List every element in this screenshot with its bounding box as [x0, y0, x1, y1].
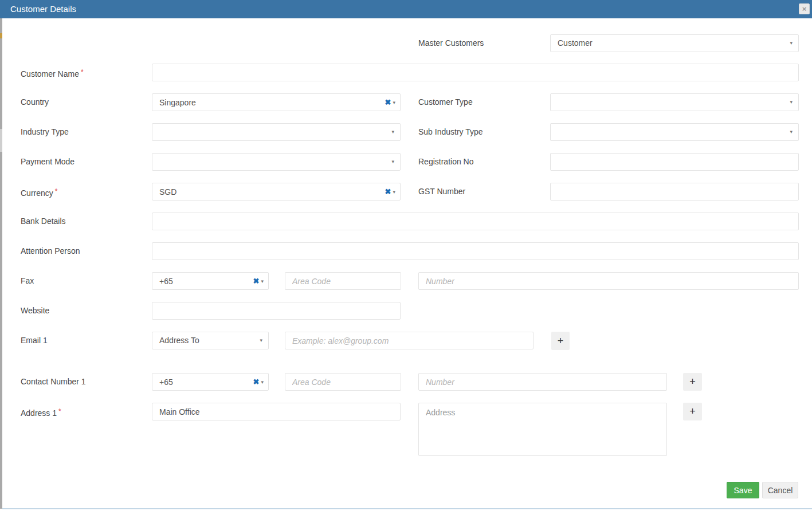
- payment-mode-dropdown[interactable]: ▾: [152, 153, 401, 171]
- email-recipient-type-dropdown[interactable]: Address To ▾: [152, 332, 269, 349]
- currency-label: Currency*: [21, 183, 57, 202]
- registration-no-label: Registration No: [418, 153, 474, 171]
- chevron-down-icon[interactable]: ▾: [790, 35, 793, 52]
- dialog-bottom-border: [2, 508, 812, 509]
- sub-industry-type-label: Sub Industry Type: [418, 123, 483, 141]
- attention-person-label: Attention Person: [21, 242, 80, 260]
- background-edge-strip: [0, 18, 2, 509]
- address-location-input[interactable]: [152, 403, 401, 420]
- master-customers-value: Customer: [558, 35, 593, 52]
- payment-mode-label: Payment Mode: [21, 153, 74, 171]
- chevron-down-icon[interactable]: ▾: [261, 278, 264, 284]
- customer-details-dialog: Customer Details × Master Customers Cust…: [0, 0, 812, 511]
- customer-type-label: Customer Type: [418, 93, 473, 111]
- contact-country-code-input[interactable]: [152, 374, 242, 390]
- close-icon[interactable]: ×: [799, 3, 810, 14]
- email-address-input[interactable]: [285, 332, 534, 349]
- attention-person-input[interactable]: [152, 242, 799, 260]
- contact-number-input[interactable]: [418, 373, 667, 391]
- dialog-title: Customer Details: [10, 0, 76, 18]
- chevron-down-icon[interactable]: ▾: [393, 189, 395, 195]
- bank-details-label: Bank Details: [21, 213, 66, 230]
- currency-input[interactable]: [152, 183, 374, 200]
- industry-type-dropdown[interactable]: ▾: [152, 123, 401, 141]
- contact-area-code-input[interactable]: [285, 373, 401, 391]
- background-edge-light: [0, 129, 2, 152]
- dialog-titlebar: Customer Details: [0, 0, 812, 18]
- country-combobox[interactable]: ✖ ▾: [152, 93, 401, 111]
- fax-country-code-input[interactable]: [152, 273, 242, 289]
- chevron-down-icon[interactable]: ▾: [391, 154, 394, 170]
- add-address-button[interactable]: +: [683, 403, 702, 420]
- email-1-label: Email 1: [21, 332, 48, 349]
- bank-details-input[interactable]: [152, 213, 799, 230]
- country-input[interactable]: [152, 94, 374, 111]
- save-button[interactable]: Save: [727, 482, 759, 498]
- contact-country-code-combobox[interactable]: ✖ ▾: [152, 373, 269, 391]
- gst-number-input[interactable]: [550, 183, 799, 201]
- customer-name-label: Customer Name*: [21, 64, 84, 83]
- required-asterisk: *: [81, 68, 84, 76]
- cancel-button[interactable]: Cancel: [762, 482, 798, 498]
- clear-icon[interactable]: ✖: [253, 277, 260, 285]
- clear-icon[interactable]: ✖: [385, 98, 391, 107]
- chevron-down-icon[interactable]: ▾: [790, 94, 793, 111]
- currency-combobox[interactable]: ✖ ▾: [152, 183, 401, 201]
- plus-icon: +: [689, 376, 696, 387]
- gst-number-label: GST Number: [418, 183, 465, 201]
- sub-industry-type-dropdown[interactable]: ▾: [550, 123, 799, 141]
- required-asterisk: *: [58, 407, 61, 415]
- clear-icon[interactable]: ✖: [385, 187, 391, 196]
- plus-icon: +: [689, 406, 696, 417]
- chevron-down-icon[interactable]: ▾: [261, 379, 264, 385]
- chevron-down-icon[interactable]: ▾: [790, 124, 793, 140]
- add-email-button[interactable]: +: [551, 332, 570, 350]
- fax-number-input[interactable]: [418, 272, 799, 290]
- clear-icon[interactable]: ✖: [253, 378, 260, 386]
- fax-country-code-combobox[interactable]: ✖ ▾: [152, 272, 269, 290]
- fax-area-code-input[interactable]: [285, 272, 401, 290]
- customer-name-input[interactable]: [152, 64, 799, 81]
- address-1-label: Address 1*: [21, 403, 61, 422]
- chevron-down-icon[interactable]: ▾: [393, 100, 395, 105]
- website-label: Website: [21, 302, 49, 320]
- chevron-down-icon[interactable]: ▾: [391, 124, 394, 140]
- required-asterisk: *: [55, 187, 58, 195]
- customer-type-dropdown[interactable]: ▾: [550, 93, 799, 111]
- plus-icon: +: [558, 335, 564, 347]
- address-textarea[interactable]: [418, 403, 667, 456]
- master-customers-label: Master Customers: [418, 34, 484, 52]
- website-input[interactable]: [152, 302, 401, 320]
- registration-no-input[interactable]: [550, 153, 799, 171]
- email-recipient-type-value: Address To: [159, 332, 199, 349]
- background-edge-accent: [0, 33, 2, 38]
- master-customers-dropdown[interactable]: Customer ▾: [550, 34, 799, 52]
- chevron-down-icon[interactable]: ▾: [260, 332, 262, 349]
- contact-number-1-label: Contact Number 1: [21, 373, 86, 391]
- fax-label: Fax: [21, 272, 34, 290]
- add-contact-number-button[interactable]: +: [683, 373, 702, 391]
- country-label: Country: [21, 93, 49, 111]
- industry-type-label: Industry Type: [21, 123, 69, 141]
